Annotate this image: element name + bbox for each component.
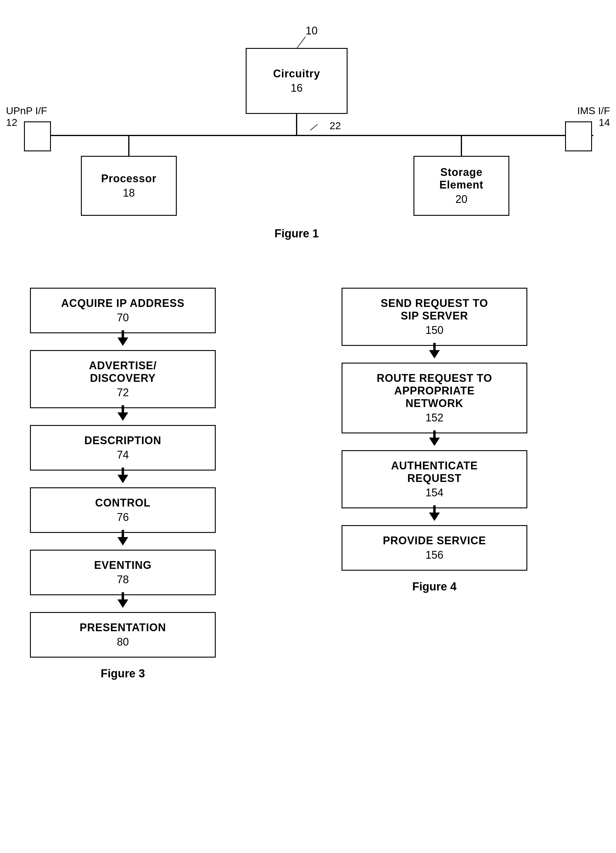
fig4-arrow-2 [341,433,527,450]
processor-number: 18 [123,187,135,199]
fig3-step-3-box: DESCRIPTION 74 [30,425,216,471]
storage-label-line1: Storage [440,166,482,179]
fig3-step-1-text: ACQUIRE IP ADDRESS [37,297,209,310]
fig4-step-3-box: AUTHENTICATE REQUEST 154 [341,450,527,508]
storage-label-line2: Element [439,179,483,191]
fig4-arrow-1 [341,346,527,363]
fig3-step-5-text: EVENTING [37,559,209,572]
vert-connector-processor [128,136,129,156]
figure4-caption: Figure 4 [329,580,539,593]
fig3-step-4-box: CONTROL 76 [30,487,216,533]
fig4-step-2-text-line2: APPROPRIATE [349,384,520,397]
fig4-step-1-text-line1: SEND REQUEST TO [349,297,520,310]
fig4-step-2-text-line3: NETWORK [349,397,520,410]
fig3-step-4-text: CONTROL [37,496,209,509]
fig4-step-3-text-line2: REQUEST [349,472,520,485]
fig3-arrow-4 [30,533,216,550]
fig3-step-4-num: 76 [37,511,209,524]
circuitry-number: 16 [291,82,303,94]
figure3: ACQUIRE IP ADDRESS 70 ADVERTISE/ DISCOVE… [18,288,228,680]
fig4-step-1-box: SEND REQUEST TO SIP SERVER 150 [341,288,527,346]
vert-connector-storage [461,136,462,156]
fig3-step-5-num: 78 [37,573,209,586]
fig3-step-6-text: PRESENTATION [37,621,209,634]
bus-line [24,135,593,136]
fig3-step-2-num: 72 [37,386,209,399]
fig3-arrow-5 [30,595,216,612]
fig3-step-2-box: ADVERTISE/ DISCOVERY 72 [30,350,216,408]
fig4-step-3-num: 154 [349,486,520,499]
fig4-step-1-num: 150 [349,324,520,337]
fig3-step-6-num: 80 [37,636,209,648]
fig3-step-3-text: DESCRIPTION [37,434,209,447]
processor-box: Processor 18 [81,156,177,216]
fig4-step-2-num: 152 [349,411,520,424]
storage-box: Storage Element 20 [413,156,509,216]
fig4-step-1-text-line2: SIP SERVER [349,310,520,322]
fig4-step-2-box: ROUTE REQUEST TO APPROPRIATE NETWORK 152 [341,363,527,433]
circuitry-box: Circuitry 16 [246,48,347,114]
fig3-arrow-2 [30,408,216,425]
circuitry-label: Circuitry [273,67,320,80]
figure3-caption: Figure 3 [18,667,228,680]
processor-label: Processor [101,172,156,185]
fig3-step-5-box: EVENTING 78 [30,550,216,595]
fig3-step-1-box: ACQUIRE IP ADDRESS 70 [30,288,216,333]
bus-label-arrow [309,123,323,132]
fig4-step-3-text-line1: AUTHENTICATE [349,460,520,472]
fig3-arrow-1 [30,333,216,350]
upnp-block [24,121,51,151]
fig4-step-4-text: PROVIDE SERVICE [349,534,520,547]
ims-block [565,121,592,151]
fig3-arrow-3 [30,471,216,487]
fig3-step-2-text-line2: DISCOVERY [37,372,209,384]
fig3-step-1-num: 70 [37,311,209,324]
figure1: 10 Circuitry 16 22 UPnP I/F 12 IMS I/F 1… [0,18,616,252]
fig3-step-2-text-line1: ADVERTISE/ [37,359,209,372]
vert-connector-circuitry [296,114,297,136]
fig4-step-4-box: PROVIDE SERVICE 156 [341,525,527,571]
fig3-step-6-box: PRESENTATION 80 [30,612,216,657]
bus-label-22: 22 [329,120,341,132]
fig4-step-4-num: 156 [349,549,520,562]
figure4: SEND REQUEST TO SIP SERVER 150 ROUTE REQ… [329,288,539,593]
fig4-arrow-3 [341,508,527,525]
svg-line-0 [297,36,306,49]
fig3-step-3-num: 74 [37,449,209,461]
figure1-caption: Figure 1 [246,227,347,240]
storage-number: 20 [455,193,467,206]
svg-line-1 [310,124,317,131]
fig4-step-2-text-line1: ROUTE REQUEST TO [349,372,520,384]
